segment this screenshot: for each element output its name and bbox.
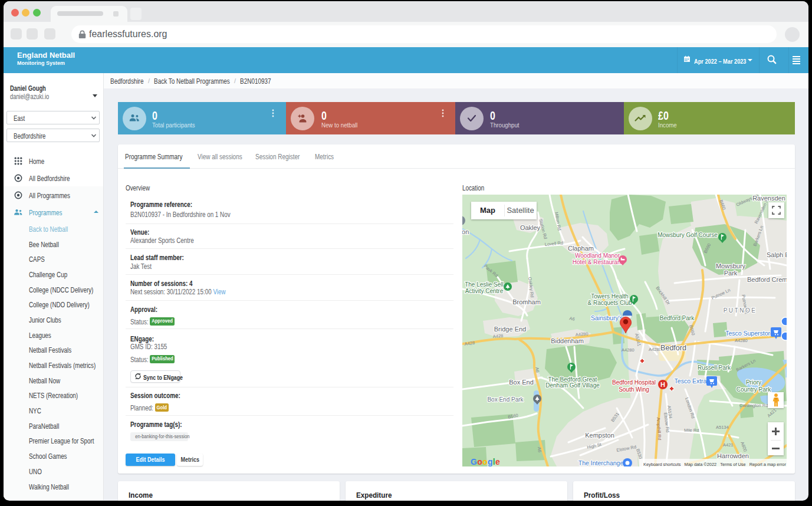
svg-text:A4280: A4280	[576, 331, 589, 337]
svg-text:& Racquets Club: & Racquets Club	[587, 300, 632, 306]
svg-text:South Wing: South Wing	[619, 386, 649, 393]
svg-text:Russell Park: Russell Park	[698, 364, 731, 371]
svg-text:Salph Er: Salph Er	[767, 251, 787, 258]
svg-text:A4280: A4280	[649, 347, 662, 352]
svg-text:Oakley: Oakley	[520, 224, 541, 231]
svg-text:Box End: Box End	[509, 379, 534, 386]
svg-text:A6: A6	[569, 316, 576, 322]
svg-text:A428: A428	[493, 333, 504, 339]
svg-text:Bridge End: Bridge End	[494, 326, 526, 333]
svg-text:A5134: A5134	[716, 425, 729, 430]
svg-text:Bedford Cremat: Bedford Cremat	[747, 276, 787, 283]
svg-text:Bedford: Bedford	[660, 344, 686, 352]
svg-text:Kempston: Kempston	[585, 432, 614, 439]
svg-text:Park: Park	[724, 270, 738, 277]
svg-text:A421: A421	[723, 442, 734, 448]
svg-text:A6: A6	[537, 446, 543, 452]
svg-text:Ravensden: Ravensden	[752, 195, 785, 202]
svg-text:Mile Rd: Mile Rd	[684, 428, 699, 433]
svg-text:A4280: A4280	[622, 347, 635, 353]
svg-text:A4280: A4280	[735, 338, 748, 343]
svg-text:Hotel & Restaurant: Hotel & Restaurant	[573, 259, 623, 265]
svg-text:ton: ton	[462, 228, 469, 235]
svg-text:The Interchange: The Interchange	[578, 459, 624, 466]
svg-text:The Leslie Sell: The Leslie Sell	[465, 281, 504, 288]
svg-text:Biddenham: Biddenham	[551, 337, 584, 344]
svg-text:Tesco Superstore: Tesco Superstore	[725, 330, 774, 337]
svg-text:Mowsbury Golf Course: Mowsbury Golf Course	[658, 232, 718, 238]
svg-text:Tesco Extra: Tesco Extra	[675, 377, 707, 385]
svg-text:Clapham: Clapham	[568, 245, 594, 252]
svg-text:Woodland Manor: Woodland Manor	[575, 252, 620, 259]
svg-text:H: H	[660, 381, 665, 388]
svg-text:PUTNOE: PUTNOE	[724, 307, 757, 314]
svg-text:A6: A6	[534, 367, 540, 373]
svg-text:Box End Park: Box End Park	[487, 396, 524, 403]
svg-text:Harrowden: Harrowden	[717, 452, 749, 459]
svg-text:Activity Centre: Activity Centre	[465, 288, 504, 294]
svg-text:Country Park: Country Park	[737, 386, 771, 393]
svg-text:Bedford Hospital: Bedford Hospital	[612, 379, 656, 386]
svg-text:Towers Health: Towers Health	[591, 293, 628, 300]
svg-text:Priory: Priory	[746, 379, 761, 386]
svg-text:Bromham: Bromham	[512, 298, 541, 305]
svg-text:Cardington Rd: Cardington Rd	[739, 403, 768, 408]
svg-text:Sainsbury's: Sainsbury's	[591, 314, 623, 321]
svg-text:Mowsbury: Mowsbury	[716, 262, 746, 270]
svg-text:Denham Golf Village: Denham Golf Village	[545, 382, 600, 389]
svg-text:Bedford Park: Bedford Park	[660, 315, 695, 321]
